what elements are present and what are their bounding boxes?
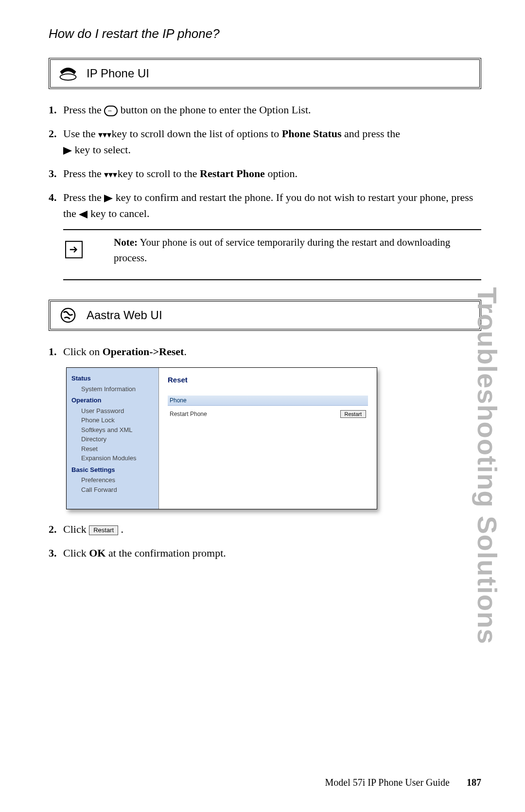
phone-status-label: Phone Status <box>282 127 342 140</box>
svg-point-1 <box>61 308 75 322</box>
options-button-icon <box>104 106 118 116</box>
restart-phone-label: Restart Phone <box>200 167 265 180</box>
step-text: Press the <box>63 167 104 180</box>
sidebar-item-phone-lock[interactable]: Phone Lock <box>71 415 156 425</box>
step-text: key to cancel. <box>90 207 150 219</box>
cancel-left-icon <box>79 211 88 218</box>
sidebar-item-reset[interactable]: Reset <box>71 444 156 454</box>
select-right-icon <box>63 147 72 155</box>
step-text: Click <box>63 523 89 535</box>
web-ui-steps: 1. Click on Operation->Reset. <box>49 343 481 360</box>
step-text: key to scroll to the <box>118 167 200 180</box>
step-text: Press the <box>63 104 104 116</box>
step-text: button on the phone to enter the Option … <box>121 104 311 116</box>
sidebar-item-preferences[interactable]: Preferences <box>71 475 156 485</box>
section-title: Aastra Web UI <box>87 307 162 324</box>
note-label: Note: <box>114 236 138 248</box>
step-text: Click on <box>63 345 103 358</box>
web-ui-screenshot: Status System Information Operation User… <box>66 367 377 509</box>
step-text: . <box>184 345 187 358</box>
footer-page-number: 187 <box>467 777 481 788</box>
step-text: key to scroll down the list of options t… <box>112 127 282 140</box>
page-footer: Model 57i IP Phone User Guide 187 <box>325 775 481 790</box>
restart-button[interactable]: Restart <box>340 410 366 418</box>
step-text: Use the <box>63 127 98 140</box>
sidebar-item-expansion-modules[interactable]: Expansion Modules <box>71 453 156 463</box>
step-3: 3. Click OK at the confirmation prompt. <box>49 545 481 561</box>
note-body: Your phone is out of service temporarily… <box>114 236 450 264</box>
step-text: option. <box>267 167 298 180</box>
sidebar-item-softkeys-xml[interactable]: Softkeys and XML <box>71 425 156 435</box>
scroll-down-icon: ▾▾▾ <box>98 132 109 137</box>
step-text: key to select. <box>75 144 131 156</box>
svg-point-0 <box>60 74 76 80</box>
inline-restart-button[interactable]: Restart <box>89 525 118 535</box>
phone-handset-icon <box>57 65 79 82</box>
restart-phone-label: Restart Phone <box>170 410 207 418</box>
page-question-heading: How do I restart the IP phone? <box>49 24 481 43</box>
sidebar-item-directory[interactable]: Directory <box>71 434 156 444</box>
sidebar-item-system-information[interactable]: System Information <box>71 384 156 394</box>
sidebar-item-call-forward[interactable]: Call Forward <box>71 485 156 495</box>
operation-reset-label: Operation->Reset <box>103 345 184 358</box>
step-2: 2. Click Restart . <box>49 521 481 537</box>
sidebar-group-status[interactable]: Status <box>71 374 156 383</box>
sidebar-item-user-password[interactable]: User Password <box>71 406 156 416</box>
main-subheader-phone: Phone <box>168 396 368 406</box>
step-3: 3. Press the ▾▾▾ key to scroll to the Re… <box>49 165 481 181</box>
section-ip-phone-ui: IP Phone UI <box>49 58 481 89</box>
step-4: 4. Press the key to confirm and restart … <box>49 189 481 221</box>
footer-guide-name: Model 57i IP Phone User Guide <box>325 777 450 788</box>
ip-phone-ui-steps: 1. Press the button on the phone to ente… <box>49 102 481 221</box>
side-tab-troubleshooting: Troubleshooting Solutions <box>467 287 508 644</box>
step-text: and press the <box>344 127 400 140</box>
web-ui-steps-cont: 2. Click Restart . 3. Click OK at the co… <box>49 521 481 561</box>
web-ui-sidebar: Status System Information Operation User… <box>67 368 159 509</box>
sidebar-group-operation[interactable]: Operation <box>71 396 156 405</box>
main-title-reset: Reset <box>168 375 368 386</box>
web-ui-main-panel: Reset Phone Restart Phone Restart <box>159 368 377 509</box>
step-text: at the confirmation prompt. <box>108 547 226 559</box>
globe-icon <box>57 307 79 324</box>
scroll-down-icon: ▾▾▾ <box>104 172 115 177</box>
step-text: Press the <box>63 191 104 203</box>
ok-label: OK <box>89 547 105 559</box>
sidebar-group-basic-settings[interactable]: Basic Settings <box>71 465 156 475</box>
restart-phone-row: Restart Phone Restart <box>168 409 368 419</box>
section-aastra-web-ui: Aastra Web UI <box>49 300 481 331</box>
note-block: Note: Your phone is out of service tempo… <box>63 229 481 280</box>
section-title: IP Phone UI <box>87 65 149 82</box>
note-text: Note: Your phone is out of service tempo… <box>99 235 481 266</box>
confirm-right-icon <box>104 195 113 202</box>
step-text: Click <box>63 547 89 559</box>
step-1: 1. Click on Operation->Reset. <box>49 343 481 360</box>
note-arrow-icon <box>65 241 83 258</box>
step-2: 2. Use the ▾▾▾ key to scroll down the li… <box>49 126 481 158</box>
step-1: 1. Press the button on the phone to ente… <box>49 102 481 118</box>
step-text: . <box>121 523 124 535</box>
